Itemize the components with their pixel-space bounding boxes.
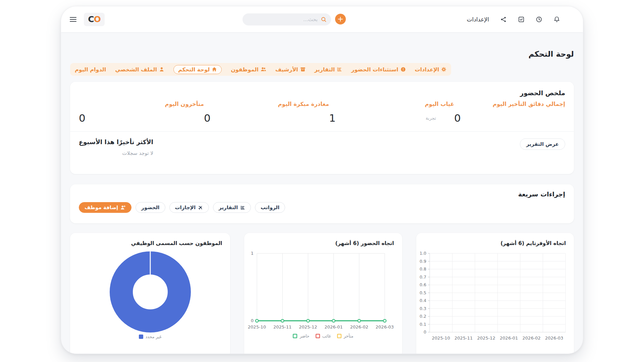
svg-text:1.0: 1.0 [420, 251, 426, 256]
bar-chart-icon [337, 67, 342, 72]
leaves-button[interactable]: الإجازات [169, 202, 209, 213]
svg-text:2025-12: 2025-12 [299, 324, 317, 329]
app-logo[interactable]: CO [84, 13, 105, 26]
settings-link[interactable]: الإعدادات [467, 16, 489, 23]
stat-label: مغادرة مبكرة اليوم [204, 101, 329, 107]
stat-value: 0 [79, 112, 86, 124]
tab-label: الملف الشخصي [115, 66, 157, 73]
tab-label: الإعدادات [415, 66, 439, 73]
bell-icon[interactable] [553, 16, 560, 23]
stat-label: غياب اليوم [329, 101, 454, 107]
svg-text:0.6: 0.6 [420, 282, 426, 287]
legend-item-undefined[interactable]: غير محدد [139, 334, 162, 339]
attendance-button[interactable]: الحضور [136, 202, 165, 213]
stat-label: متأخرون اليوم [79, 101, 204, 107]
pill-label: التقارير [219, 204, 238, 210]
legend-label: متأخر [344, 334, 354, 339]
employees-by-title-card: الموظفون حسب المسمى الوظيفي غير محدد [70, 233, 230, 354]
tab-employees[interactable]: الموظفون [231, 66, 266, 73]
svg-text:2025-11: 2025-11 [454, 336, 473, 341]
stat-total-delay-minutes: إجمالي دقائق التأخير اليوم 0تجربة [454, 101, 565, 124]
home-icon [212, 67, 217, 72]
svg-text:0.4: 0.4 [420, 298, 426, 303]
payroll-button[interactable]: الرواتب [255, 202, 285, 213]
svg-text:1: 1 [251, 251, 254, 256]
search-icon [321, 16, 327, 24]
tab-settings[interactable]: الإعدادات [415, 66, 447, 73]
add-button[interactable]: + [335, 14, 346, 24]
pill-label: إضافة موظف [85, 204, 118, 210]
svg-text:0: 0 [251, 318, 254, 323]
svg-text:0.8: 0.8 [420, 266, 426, 272]
attendance-chart-title: اتجاه الحضور (6 أشهر) [252, 240, 394, 246]
overtime-trend-card: اتجاه الأوفرتايم (6 أشهر) [416, 233, 574, 354]
logo-letter-o: O [94, 14, 101, 24]
tab-profile[interactable]: الملف الشخصي [115, 66, 164, 73]
legend-swatch [316, 334, 320, 338]
archive-icon [300, 67, 306, 72]
search-input[interactable] [243, 13, 331, 25]
tab-label: لوحة التحكم [178, 66, 210, 73]
tab-duty-today[interactable]: الدوام اليوم [75, 66, 106, 73]
svg-text:0.9: 0.9 [420, 259, 426, 264]
overtime-chart-title: اتجاه الأوفرتايم (6 أشهر) [424, 240, 566, 246]
legend-swatch [337, 334, 341, 338]
pill-label: الرواتب [261, 204, 279, 210]
logo-letter-c: C [88, 14, 94, 24]
svg-text:0.5: 0.5 [420, 290, 426, 295]
topbar-right: الإعدادات [467, 16, 574, 23]
svg-text:0.1: 0.1 [420, 322, 426, 327]
empty-records-text: لا توجد سجلات [79, 150, 153, 156]
clock-icon[interactable] [536, 16, 542, 23]
stat-late-today: متأخرون اليوم 0 [79, 101, 204, 124]
stat-value: 0 [204, 112, 211, 124]
bar-chart-icon [240, 205, 245, 210]
main-tabbar: الدوام اليوم الملف الشخصي لوحة التحكم ال… [70, 63, 451, 76]
users-icon [261, 67, 266, 72]
hamburger-menu-icon[interactable] [70, 17, 76, 22]
legend-swatch [139, 335, 143, 339]
donut-legend: غير محدد [70, 334, 230, 339]
search-box [243, 13, 331, 25]
svg-text:2026-01: 2026-01 [500, 336, 518, 341]
alert-icon [400, 67, 406, 72]
svg-text:0: 0 [424, 329, 426, 335]
quick-actions-row: إضافة موظف الحضور الإجازات التقارير الرو… [79, 202, 565, 213]
stat-label: إجمالي دقائق التأخير اليوم [454, 101, 565, 107]
svg-text:2025-12: 2025-12 [477, 336, 495, 341]
view-report-button[interactable]: عرض التقرير [520, 138, 565, 150]
check-square-icon[interactable] [518, 16, 525, 23]
overtime-line-chart: 1.0 0.9 0.8 0.7 0.6 0.5 0.4 0.3 0.2 0.1 … [416, 233, 574, 354]
tab-archive[interactable]: الأرشيف [275, 66, 306, 73]
legend-label: حاضر [300, 334, 309, 339]
share-icon[interactable] [500, 16, 507, 23]
stat-value: 0تجربة [454, 112, 461, 124]
tab-dashboard[interactable]: لوحة التحكم [173, 65, 222, 74]
most-late-section: الأكثر تأخيرًا هذا الأسبوع لا توجد سجلات… [79, 132, 565, 156]
quick-actions-title: إجراءات سريعة [79, 190, 565, 198]
stat-early-leave-today: مغادرة مبكرة اليوم 0 [204, 101, 329, 124]
legend-item-absent[interactable]: غائب [316, 334, 331, 339]
legend-item-late[interactable]: متأخر [337, 334, 354, 339]
person-icon [159, 67, 164, 72]
tab-label: الموظفون [231, 66, 259, 73]
legend-label: غائب [322, 334, 331, 339]
add-employee-button[interactable]: إضافة موظف [79, 202, 131, 213]
charts-row: الموظفون حسب المسمى الوظيفي غير محدد اتج… [70, 233, 574, 354]
legend-item-present[interactable]: حاضر [293, 334, 309, 339]
tab-label: الأرشيف [275, 66, 298, 73]
reports-button[interactable]: التقارير [213, 202, 251, 213]
svg-text:2026-03: 2026-03 [376, 324, 394, 329]
most-late-title: الأكثر تأخيرًا هذا الأسبوع [79, 138, 153, 145]
tab-label: التقارير [315, 66, 335, 73]
tab-reports[interactable]: التقارير [315, 66, 342, 73]
attendance-summary-card: ملخص الحضور متأخرون اليوم 0 مغادرة مبكرة… [70, 82, 574, 174]
legend-swatch [293, 334, 297, 338]
svg-text:0.2: 0.2 [420, 314, 426, 319]
main-content: لوحة التحكم الدوام اليوم الملف الشخصي لو… [61, 50, 583, 354]
legend-label: غير محدد [146, 334, 162, 339]
svg-text:2026-02: 2026-02 [522, 336, 540, 341]
tab-attendance-exceptions[interactable]: استثناءات الحضور [351, 66, 406, 73]
pill-label: الإجازات [175, 204, 196, 210]
svg-text:2026-02: 2026-02 [350, 324, 368, 329]
